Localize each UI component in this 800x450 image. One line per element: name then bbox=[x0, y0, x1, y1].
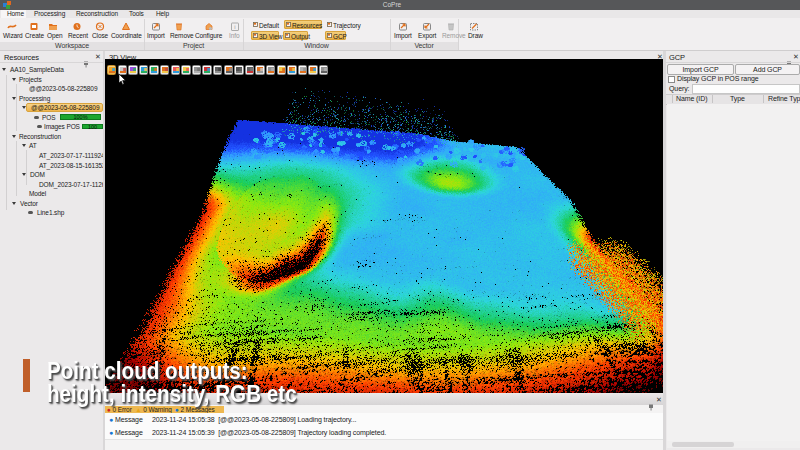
svg-text:i: i bbox=[234, 24, 235, 30]
